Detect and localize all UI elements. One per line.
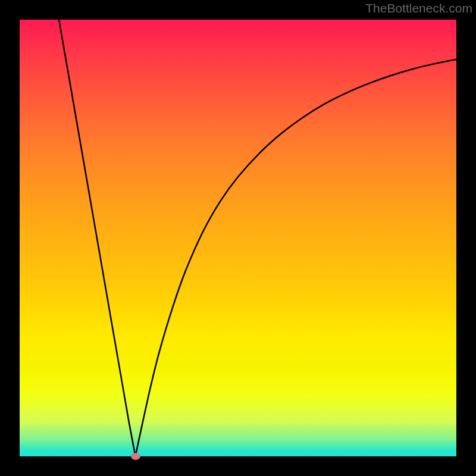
chart-container: TheBottleneck.com — [0, 0, 476, 476]
curve-svg — [20, 20, 456, 456]
plot-area — [20, 20, 456, 456]
minimum-marker — [131, 453, 140, 460]
bottleneck-curve — [59, 20, 456, 456]
attribution-text: TheBottleneck.com — [365, 1, 472, 15]
